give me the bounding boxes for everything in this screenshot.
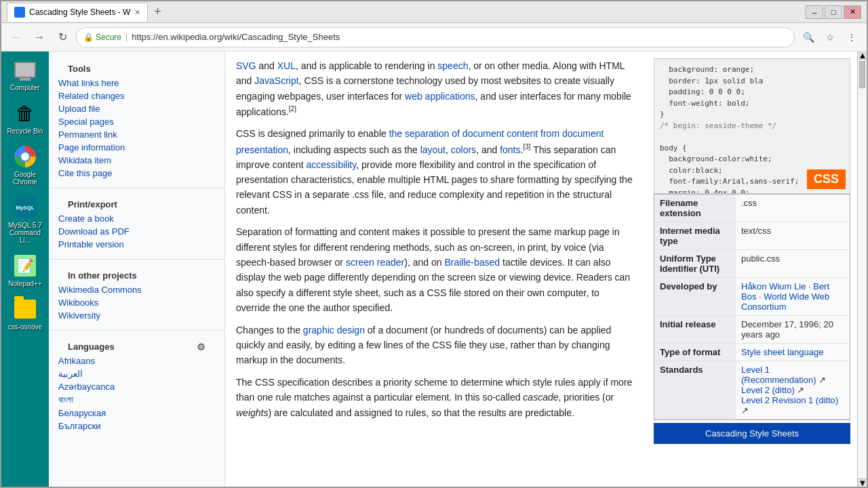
- info-label-uti: Uniform Type Identifier (UTI): [654, 250, 736, 278]
- layout-link[interactable]: layout: [420, 144, 446, 155]
- info-value-standards: Level 1 (Recommendation) ↗ Level 2 (ditt…: [736, 361, 850, 420]
- back-button[interactable]: ←: [7, 28, 26, 47]
- recycle-bin-icon: 🗑: [13, 101, 37, 125]
- sidebar-link-wikiversity[interactable]: Wikiversity: [58, 309, 215, 322]
- sidebar-link-what-links[interactable]: What links here: [58, 77, 215, 89]
- desktop-sidebar: Computer 🗑 Recycle Bin Google Chrome MyS…: [1, 52, 49, 487]
- info-value-uti: public.css: [736, 250, 850, 278]
- lang-arabic[interactable]: العربية: [58, 367, 215, 380]
- browser-tab[interactable]: Cascading Style Sheets - W ✕: [7, 3, 148, 22]
- languages-gear-icon[interactable]: ⚙: [197, 342, 205, 352]
- projects-section: In other projects Wikimedia Commons Wiki…: [49, 264, 224, 326]
- maximize-button[interactable]: □: [825, 5, 842, 19]
- article-content: SVG and XUL, and is applicable to render…: [225, 52, 647, 487]
- new-tab-button[interactable]: +: [148, 3, 167, 22]
- level1-link[interactable]: Level 1 (Recommendation): [741, 365, 816, 385]
- web-apps-link[interactable]: web applications: [405, 91, 475, 102]
- tools-header: Tools: [58, 61, 215, 77]
- print-section: Print/export Create a book Download as P…: [49, 192, 224, 255]
- sidebar-link-related-changes[interactable]: Related changes: [58, 89, 215, 102]
- info-row-format: Type of format Style sheet language: [654, 344, 850, 361]
- graphic-design-link[interactable]: graphic design: [303, 325, 365, 336]
- scroll-down-button[interactable]: ▼: [858, 479, 867, 487]
- sidebar-link-wikidata[interactable]: Wikidata item: [58, 154, 215, 167]
- forward-button[interactable]: →: [30, 28, 49, 47]
- info-label-media-type: Internet media type: [654, 222, 736, 250]
- sidebar-link-commons[interactable]: Wikimedia Commons: [58, 283, 215, 296]
- print-header: Print/export: [58, 197, 215, 212]
- search-icon-button[interactable]: 🔍: [799, 28, 818, 47]
- desktop-icon-css-file[interactable]: css-osnove: [6, 295, 45, 333]
- lang-belarusian[interactable]: Беларуская: [58, 407, 215, 420]
- browser-content: Tools What links here Related changes Up…: [49, 52, 867, 487]
- scroll-up-button[interactable]: ▲: [858, 52, 867, 60]
- fonts-link[interactable]: fonts: [500, 144, 520, 155]
- lang-bulgarian[interactable]: Български: [58, 420, 215, 432]
- css-code-block: background: orange; border: 1px solid bl…: [654, 58, 850, 194]
- sidebar-link-upload-file[interactable]: Upload file: [58, 102, 215, 115]
- desktop-icon-recycle[interactable]: 🗑 Recycle Bin: [5, 99, 45, 137]
- desktop-icon-computer[interactable]: Computer: [8, 56, 42, 94]
- sidebar-link-permanent[interactable]: Permanent link: [58, 128, 215, 141]
- sidebar-link-cite[interactable]: Cite this page: [58, 167, 215, 180]
- secure-badge: 🔒 Secure: [83, 33, 121, 42]
- info-row-release: Initial release December 17, 1996; 20 ye…: [654, 316, 850, 344]
- url-separator: |: [125, 33, 127, 42]
- sidebar-link-download-pdf[interactable]: Download as PDF: [58, 225, 215, 238]
- info-value-release: December 17, 1996; 20 years ago: [736, 316, 850, 344]
- minimize-button[interactable]: –: [806, 5, 823, 19]
- desktop-icon-chrome[interactable]: Google Chrome: [4, 142, 46, 188]
- sidebar-link-printable[interactable]: Printable version: [58, 238, 215, 251]
- sidebar-link-create-book[interactable]: Create a book: [58, 212, 215, 225]
- style-sheet-link[interactable]: Style sheet language: [741, 347, 823, 357]
- chrome-label: Google Chrome: [6, 171, 44, 186]
- lang-afrikaans[interactable]: Afrikaans: [58, 354, 215, 367]
- svg-link[interactable]: SVG: [236, 60, 256, 71]
- screen-reader-link[interactable]: screen reader: [346, 257, 404, 268]
- close-button[interactable]: ✕: [844, 5, 861, 19]
- sidebar-link-wikibooks[interactable]: Wikibooks: [58, 296, 215, 309]
- notepad-icon: 📝: [13, 253, 37, 278]
- article-preview-bar[interactable]: Cascading Style Sheets: [654, 423, 850, 444]
- braille-link[interactable]: Braille-based: [444, 257, 500, 268]
- level2-link[interactable]: Level 2 (ditto): [741, 385, 795, 395]
- speech-link[interactable]: speech: [437, 60, 468, 71]
- right-scrollbar[interactable]: ▲ ▼: [857, 52, 867, 487]
- javascript-link[interactable]: JavaScript: [254, 75, 298, 86]
- languages-header: Languages ⚙: [58, 339, 215, 354]
- sidebar-link-page-info[interactable]: Page information: [58, 141, 215, 154]
- main-content: Computer 🗑 Recycle Bin Google Chrome MyS…: [1, 52, 867, 487]
- scroll-track: [858, 60, 867, 479]
- lang-bengali[interactable]: বাংলা: [58, 393, 215, 407]
- browser-toolbar: ← → ↻ 🔒 Secure | https://en.wikipedia.or…: [1, 23, 867, 52]
- sidebar-divider-3: [49, 330, 224, 331]
- hakon-link[interactable]: Håkon Wium Lie: [741, 281, 806, 291]
- xul-link[interactable]: XUL: [277, 60, 296, 71]
- info-label-format: Type of format: [654, 344, 736, 361]
- menu-icon-button[interactable]: ⋮: [842, 28, 861, 47]
- info-label-developed: Developed by: [654, 278, 736, 316]
- level2r1-link[interactable]: Level 2 Revision 1 (ditto): [741, 395, 838, 405]
- info-label-extension: Filename extension: [654, 195, 736, 222]
- accessibility-link[interactable]: accessibility: [307, 159, 357, 170]
- css-badge: CSS: [807, 169, 846, 189]
- article-paragraph-4: Changes to the graphic design of a docum…: [236, 323, 636, 368]
- info-row-developed: Developed by Håkon Wium Lie · Bert Bos ·…: [654, 278, 850, 316]
- bookmark-icon-button[interactable]: ☆: [821, 28, 840, 47]
- monitor-graphic: [14, 62, 36, 78]
- address-bar[interactable]: 🔒 Secure | https://en.wikipedia.org/wiki…: [76, 27, 795, 47]
- refresh-button[interactable]: ↻: [53, 28, 72, 47]
- window-controls: – □ ✕: [806, 5, 861, 19]
- mysql-label: MySQL 5.7 Command Li...: [6, 222, 44, 244]
- sidebar-link-special-pages[interactable]: Special pages: [58, 115, 215, 128]
- info-table: Filename extension .css Internet media t…: [654, 195, 850, 420]
- tab-close-button[interactable]: ✕: [134, 8, 140, 17]
- desktop-icon-notepad[interactable]: 📝 Notepad++: [6, 251, 44, 289]
- desktop-icon-mysql[interactable]: MySQL MySQL 5.7 Command Li...: [4, 193, 46, 246]
- lang-azerbaijani[interactable]: Azərbaycanca: [58, 380, 215, 393]
- ref-3: [3]: [523, 143, 530, 150]
- computer-label: Computer: [10, 84, 40, 92]
- scroll-thumb[interactable]: [859, 61, 865, 88]
- tools-section: Tools What links here Related changes Up…: [49, 57, 224, 184]
- colors-link[interactable]: colors: [451, 144, 476, 155]
